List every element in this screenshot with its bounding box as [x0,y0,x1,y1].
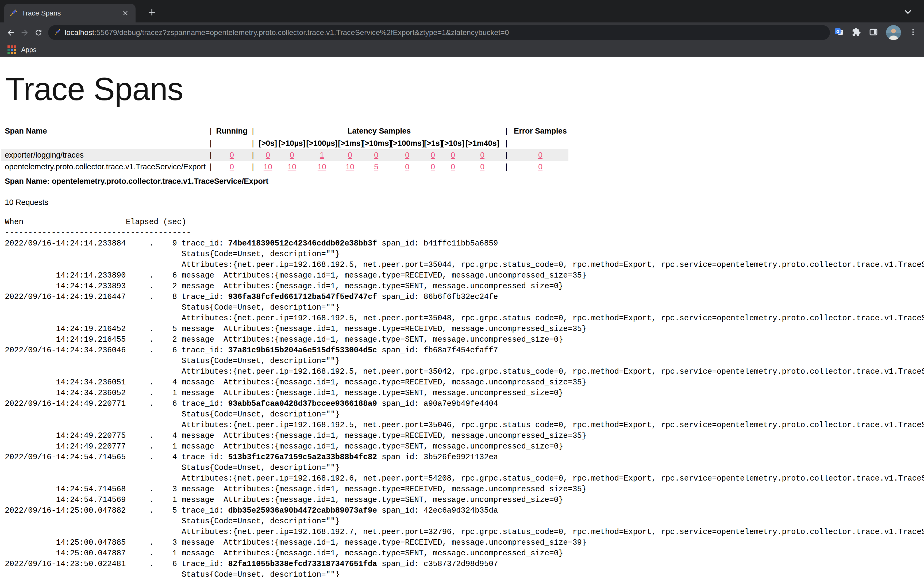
running-count-link[interactable]: 0 [229,163,234,171]
latency-count-link[interactable]: 10 [263,163,272,171]
latency-count-link[interactable]: 0 [290,151,294,159]
url-favicon-icon [54,28,61,37]
latency-bucket-label: [>100ms] [390,137,424,149]
latency-count-link[interactable]: 0 [348,151,352,159]
column-separator: | [501,137,512,149]
browser-window: { "browser": { "tab_title": "Trace Spans… [0,0,924,577]
page-title: Trace Spans [5,71,924,107]
profile-avatar[interactable] [886,25,901,40]
apps-bookmark[interactable]: Apps [21,46,36,54]
url-host: localhost [65,28,94,37]
error-count-cell: 0 [512,161,569,172]
apps-grid-dot [14,48,16,51]
bucket-header-row: ||[>0s][>10µs][>100µs][>1ms][>10ms][>100… [2,137,569,149]
selected-span-name: Span Name: opentelemetry.proto.collector… [5,177,924,185]
column-separator: | [248,149,258,161]
error-count-link[interactable]: 0 [538,163,543,171]
latency-count-link[interactable]: 10 [288,163,296,171]
side-panel-icon[interactable] [869,27,878,38]
latency-count-link[interactable]: 0 [451,151,455,159]
column-separator: | [248,161,258,172]
column-separator: | [248,137,258,149]
latency-bucket-label: [>1ms] [338,137,362,149]
column-separator: | [206,161,215,172]
span-table-row: opentelemetry.proto.collector.trace.v1.T… [2,161,569,172]
tab-search-chevron-icon[interactable] [902,6,914,18]
tab-close-icon[interactable] [121,8,130,18]
latency-count-link[interactable]: 0 [374,151,378,159]
latency-count-link[interactable]: 0 [480,163,485,171]
latency-count-link[interactable]: 0 [405,151,409,159]
span-name-cell: opentelemetry.proto.collector.trace.v1.T… [2,161,206,172]
latency-count-cell: 10 [278,161,306,172]
column-separator: | [501,124,512,137]
running-count-cell: 0 [215,149,248,161]
translate-icon[interactable]: G [834,27,844,38]
apps-grid-dot [14,45,16,48]
apps-grid-dot [11,52,13,54]
apps-grid-icon[interactable] [8,45,16,54]
apps-grid-dot [8,45,10,48]
tab-favicon-icon [10,8,18,18]
svg-text:G: G [836,29,839,34]
request-count: 10 Requests [5,198,924,207]
tab-title: Trace Spans [22,9,116,18]
tab-strip: Trace Spans [0,0,924,23]
span-name-cell: exporter/logging/traces [2,149,206,161]
latency-bucket-label: [>1m40s] [464,137,501,149]
column-header-span-name: Span Name [2,124,206,137]
latency-count-cell: 0 [390,161,424,172]
span-summary-table: Span Name|Running|Latency Samples|Error … [2,124,569,172]
browser-menu-kebab-icon[interactable] [909,28,917,37]
column-header-error-samples: Error Samples [512,124,569,137]
latency-count-link[interactable]: 10 [346,163,354,171]
latency-bucket-label: [>10s] [442,137,464,149]
latency-count-link[interactable]: 1 [320,151,324,159]
column-separator: | [206,124,215,137]
latency-count-cell: 0 [424,161,442,172]
latency-count-link[interactable]: 0 [266,151,270,159]
forward-button[interactable] [18,26,32,40]
latency-count-cell: 0 [442,149,464,161]
latency-count-cell: 0 [464,149,501,161]
address-bar[interactable]: localhost:55679/debug/tracez?zspanname=o… [48,25,830,40]
back-button[interactable] [4,26,18,40]
running-count-link[interactable]: 0 [229,151,234,159]
trace-id: 93abb5afcaa0428d37bccee9366188a9 [228,399,377,408]
latency-count-link[interactable]: 0 [431,163,435,171]
latency-bucket-label: [>10ms] [362,137,390,149]
browser-tab[interactable]: Trace Spans [4,4,136,23]
trace-id: 82fa11055b338efcd733187347651fda [228,559,377,569]
trace-id: 37a81c9b615b204a6e515df533004d5c [228,346,377,355]
trace-id: 936fa38fcfed661712ba547f5ed747cf [228,292,377,301]
apps-grid-dot [11,45,13,48]
extensions-puzzle-icon[interactable] [852,27,861,38]
request-log: When Elapsed (sec) ---------------------… [5,217,924,577]
latency-count-cell: 1 [306,149,338,161]
bookmarks-bar: Apps [0,43,924,56]
column-header-latency-samples: Latency Samples [258,124,501,137]
browser-toolbar: localhost:55679/debug/tracez?zspanname=o… [0,23,924,43]
column-separator: | [501,149,512,161]
apps-grid-dot [14,52,16,54]
latency-count-link[interactable]: 5 [374,163,378,171]
new-tab-button[interactable] [144,5,159,20]
latency-count-cell: 0 [338,149,362,161]
latency-bucket-label: [>10µs] [278,137,306,149]
latency-count-link[interactable]: 10 [318,163,326,171]
latency-count-link[interactable]: 0 [451,163,455,171]
latency-bucket-label: [>0s] [258,137,278,149]
latency-count-cell: 0 [424,149,442,161]
latency-count-cell: 0 [362,149,390,161]
reload-button[interactable] [32,26,45,40]
latency-count-link[interactable]: 0 [431,151,435,159]
table-header-row: Span Name|Running|Latency Samples|Error … [2,124,569,137]
latency-count-link[interactable]: 0 [480,151,485,159]
span-table-row: exporter/logging/traces|0|001000000|0 [2,149,569,161]
latency-count-link[interactable]: 0 [405,163,409,171]
error-count-link[interactable]: 0 [538,151,543,159]
latency-count-cell: 0 [278,149,306,161]
latency-count-cell: 0 [442,161,464,172]
column-separator: | [206,137,215,149]
column-separator: | [501,161,512,172]
